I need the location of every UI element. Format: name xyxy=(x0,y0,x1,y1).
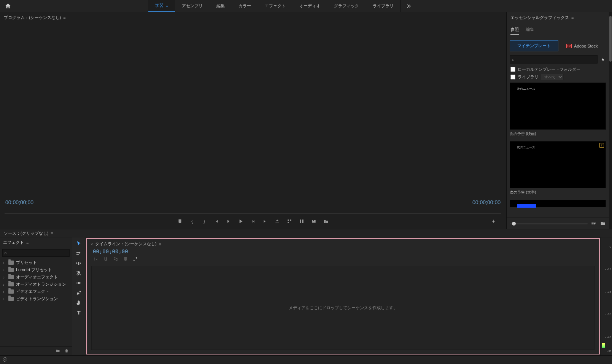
workspace-tab-edit[interactable]: 編集 xyxy=(210,0,232,12)
panel-menu-icon[interactable]: ≡ xyxy=(166,3,168,8)
panel-menu-icon[interactable]: ≡ xyxy=(26,240,29,245)
add-marker-icon[interactable] xyxy=(176,218,183,225)
track-select-tool-icon[interactable] xyxy=(75,250,83,257)
selection-tool-icon[interactable] xyxy=(75,240,83,247)
step-forward-icon[interactable] xyxy=(250,218,256,225)
razor-tool-icon[interactable] xyxy=(75,269,83,277)
mark-out-icon[interactable]: } xyxy=(201,218,208,225)
essential-graphics-footer: ≡▾ xyxy=(507,218,609,229)
export-frame-icon[interactable] xyxy=(310,218,317,225)
audio-meters-panel[interactable]: 0 -12 -24 -36 -48 dB xyxy=(601,237,612,355)
template-card[interactable]: 次のニュース 次の予告 (映画) xyxy=(510,83,606,138)
insert-sequence-icon xyxy=(93,256,99,262)
workspace-label: 学習 xyxy=(155,3,164,8)
snap-icon xyxy=(103,256,109,262)
chevron-right-icon: › xyxy=(3,261,6,265)
effects-panel-header[interactable]: エフェクト ≡ xyxy=(0,237,72,248)
program-timecode-left[interactable]: 00;00;00;00 xyxy=(5,199,33,205)
new-folder-icon[interactable] xyxy=(600,221,606,227)
effects-search-input[interactable] xyxy=(2,249,70,257)
home-icon[interactable] xyxy=(5,3,11,10)
workspace-tab-audio[interactable]: オーディオ xyxy=(292,0,327,12)
timeline-panel[interactable]: × タイムライン：(シーケンスなし) ≡ 00;00;00;00 メディアをここ… xyxy=(86,238,600,354)
close-tab-icon[interactable]: × xyxy=(91,242,93,246)
chevron-right-icon: › xyxy=(3,275,6,280)
search-icon: ⌕ xyxy=(512,57,515,62)
thumbnail-zoom-slider[interactable] xyxy=(510,223,588,224)
program-timecode-right[interactable]: 00;00;00;00 xyxy=(472,199,501,205)
type-tool-icon[interactable] xyxy=(75,309,83,316)
workspace-tab-color[interactable]: カラー xyxy=(232,0,258,12)
favorites-filter-icon[interactable]: ★ xyxy=(600,57,606,62)
ripple-edit-tool-icon[interactable] xyxy=(75,259,83,267)
tab-browse[interactable]: 参照 xyxy=(510,25,519,35)
panel-menu-icon[interactable]: ≡ xyxy=(571,15,574,20)
extract-icon[interactable] xyxy=(286,218,293,225)
template-search-input[interactable] xyxy=(510,55,598,64)
essential-graphics-header[interactable]: エッセンシャルグラフィックス ≡ xyxy=(507,12,609,23)
audio-level-bar xyxy=(602,343,605,348)
slip-tool-icon[interactable] xyxy=(75,279,83,287)
library-checkbox[interactable]: ライブラリ すべて xyxy=(510,74,605,80)
template-thumb-text: 次のニュース xyxy=(517,87,535,91)
template-card[interactable] xyxy=(510,200,606,207)
essential-graphics-scrollbar[interactable] xyxy=(609,12,612,229)
tab-edit[interactable]: 編集 xyxy=(526,25,534,35)
mark-in-icon[interactable]: { xyxy=(189,218,196,225)
template-card[interactable]: 次のニュース T 次の予告 (太字) xyxy=(510,141,606,197)
timeline-settings-icon[interactable] xyxy=(132,256,138,262)
program-video-view[interactable] xyxy=(0,23,506,198)
workspace-overflow-button[interactable] xyxy=(401,0,417,12)
workspace-tab-learn[interactable]: 学習 ≡ xyxy=(148,0,175,12)
effects-tree[interactable]: ›プリセット ›Lumetri プリセット ›オーディオエフェクト ›オーディオ… xyxy=(0,258,72,346)
link-icon[interactable] xyxy=(2,357,8,363)
effects-folder[interactable]: ›オーディオトランジション xyxy=(2,281,70,288)
folder-icon xyxy=(8,289,14,294)
source-panel-header[interactable]: ソース：(クリップなし) ≡ xyxy=(0,229,612,237)
library-select[interactable]: すべて xyxy=(541,74,564,80)
effects-folder[interactable]: ›ビデオエフェクト xyxy=(2,288,70,295)
step-back-icon[interactable] xyxy=(225,218,232,225)
go-to-in-icon[interactable] xyxy=(213,218,220,225)
workspace-tab-library[interactable]: ライブラリ xyxy=(366,0,401,12)
panel-menu-icon[interactable]: ≡ xyxy=(63,15,65,20)
play-icon[interactable] xyxy=(237,218,244,225)
program-scrub-bar[interactable] xyxy=(5,207,501,214)
button-editor-icon[interactable]: + xyxy=(490,218,497,225)
essential-graphics-panel: エッセンシャルグラフィックス ≡ 参照 編集 マイテンプレート St Adobe… xyxy=(506,12,609,229)
effects-folder[interactable]: ›ビデオトランジション xyxy=(2,295,70,302)
effects-folder[interactable]: ›プリセット xyxy=(2,259,70,266)
chevron-right-icon: › xyxy=(3,297,6,301)
adobe-stock-button[interactable]: St Adobe Stock xyxy=(558,40,606,51)
timeline-panel-header[interactable]: × タイムライン：(シーケンスなし) ≡ xyxy=(89,240,597,248)
hand-tool-icon[interactable] xyxy=(75,299,83,307)
workspace-tab-assembly[interactable]: アセンブリ xyxy=(175,0,210,12)
comparison-view-icon[interactable] xyxy=(323,218,329,225)
folder-icon xyxy=(8,282,14,286)
timeline-timecode[interactable]: 00;00;00;00 xyxy=(89,248,597,255)
sort-icon[interactable]: ≡▾ xyxy=(591,221,597,226)
panel-menu-icon[interactable]: ≡ xyxy=(159,242,161,246)
effects-folder[interactable]: ›Lumetri プリセット xyxy=(2,266,70,273)
program-panel-header[interactable]: プログラム：(シーケンスなし) ≡ xyxy=(0,12,506,23)
effects-folder[interactable]: ›オーディオエフェクト xyxy=(2,273,70,281)
workspace-tab-graphics[interactable]: グラフィック xyxy=(327,0,366,12)
local-template-folder-checkbox[interactable]: ローカルテンプレートフォルダー xyxy=(510,67,605,72)
workspace-label: カラー xyxy=(238,3,251,9)
workspace-tab-effects[interactable]: エフェクト xyxy=(258,0,292,12)
workspace-label: グラフィック xyxy=(334,3,359,9)
new-bin-icon[interactable] xyxy=(55,348,60,354)
delete-icon[interactable] xyxy=(64,348,69,354)
my-templates-button[interactable]: マイテンプレート xyxy=(510,40,558,51)
pen-tool-icon[interactable] xyxy=(75,289,83,297)
timeline-drop-zone[interactable]: メディアをここにドロップしてシーケンスを作成します。 xyxy=(91,266,595,350)
effects-search-row: ⌕ xyxy=(2,249,70,257)
panel-menu-icon[interactable]: ≡ xyxy=(51,231,53,235)
workspace-label: ライブラリ xyxy=(373,3,394,9)
lift-icon[interactable] xyxy=(274,218,281,225)
workspace-label: オーディオ xyxy=(299,3,320,9)
go-to-out-icon[interactable] xyxy=(262,218,269,225)
essential-graphics-title: エッセンシャルグラフィックス xyxy=(510,15,569,21)
template-list[interactable]: 次のニュース 次の予告 (映画) 次のニュース T 次の予告 (太字) xyxy=(507,82,609,218)
insert-icon[interactable] xyxy=(298,218,305,225)
